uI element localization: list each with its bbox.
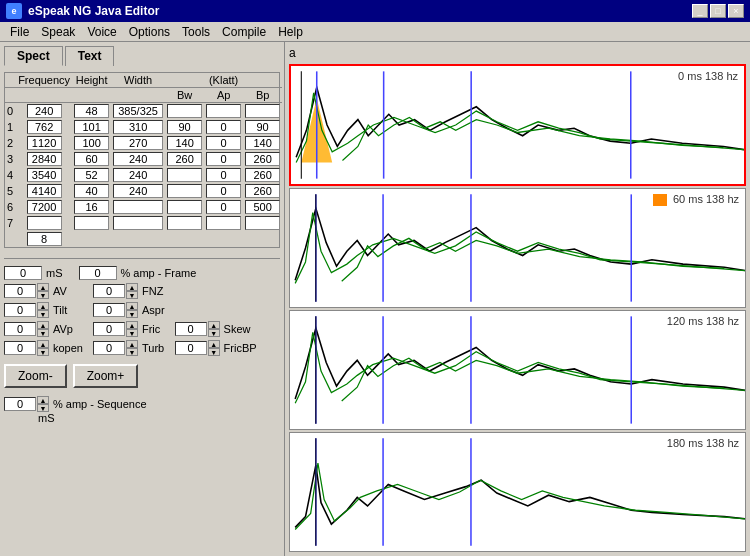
bp-3[interactable]: [245, 152, 280, 166]
maximize-button[interactable]: □: [710, 4, 726, 18]
freq-2[interactable]: [27, 136, 62, 150]
bw-1[interactable]: [167, 120, 202, 134]
tab-text[interactable]: Text: [65, 46, 115, 66]
freq-0[interactable]: [27, 104, 62, 118]
fric-input[interactable]: [93, 322, 125, 336]
width-5[interactable]: [113, 184, 163, 198]
kopen-input[interactable]: [4, 341, 36, 355]
avp-up[interactable]: ▲: [37, 321, 49, 329]
width-1[interactable]: [113, 120, 163, 134]
freq-7[interactable]: [27, 216, 62, 230]
width-4[interactable]: [113, 168, 163, 182]
menu-options[interactable]: Options: [123, 24, 176, 40]
width-0[interactable]: [113, 104, 163, 118]
freq-6[interactable]: [27, 200, 62, 214]
menu-compile[interactable]: Compile: [216, 24, 272, 40]
bw-3[interactable]: [167, 152, 202, 166]
zoom-plus-button[interactable]: Zoom+: [73, 364, 139, 388]
tab-spect[interactable]: Spect: [4, 46, 63, 66]
fric-up[interactable]: ▲: [126, 321, 138, 329]
ap-1[interactable]: [206, 120, 241, 134]
sequence-input[interactable]: [4, 397, 36, 411]
bp-7[interactable]: [245, 216, 280, 230]
height-0[interactable]: [74, 104, 109, 118]
fnz-down[interactable]: ▼: [126, 291, 138, 299]
bp-5[interactable]: [245, 184, 280, 198]
height-6[interactable]: [74, 200, 109, 214]
bp-6[interactable]: [245, 200, 280, 214]
freq-8[interactable]: [27, 232, 62, 246]
sequence-down[interactable]: ▼: [37, 404, 49, 412]
bw-2[interactable]: [167, 136, 202, 150]
kopen-up[interactable]: ▲: [37, 340, 49, 348]
menu-help[interactable]: Help: [272, 24, 309, 40]
ms-input[interactable]: [4, 266, 42, 280]
skew-up[interactable]: ▲: [208, 321, 220, 329]
av-up[interactable]: ▲: [37, 283, 49, 291]
avp-down[interactable]: ▼: [37, 329, 49, 337]
bp-0[interactable]: [245, 104, 280, 118]
bw-4[interactable]: [167, 168, 202, 182]
zoom-minus-button[interactable]: Zoom-: [4, 364, 67, 388]
bw-6[interactable]: [167, 200, 202, 214]
fric-down[interactable]: ▼: [126, 329, 138, 337]
bp-2[interactable]: [245, 136, 280, 150]
ap-3[interactable]: [206, 152, 241, 166]
av-input[interactable]: [4, 284, 36, 298]
aspr-input[interactable]: [93, 303, 125, 317]
freq-3[interactable]: [27, 152, 62, 166]
menu-tools[interactable]: Tools: [176, 24, 216, 40]
av-down[interactable]: ▼: [37, 291, 49, 299]
fricbp-up[interactable]: ▲: [208, 340, 220, 348]
bp-1[interactable]: [245, 120, 280, 134]
bp-4[interactable]: [245, 168, 280, 182]
height-4[interactable]: [74, 168, 109, 182]
width-2[interactable]: [113, 136, 163, 150]
ap-4[interactable]: [206, 168, 241, 182]
fnz-up[interactable]: ▲: [126, 283, 138, 291]
ap-7[interactable]: [206, 216, 241, 230]
minimize-button[interactable]: _: [692, 4, 708, 18]
ap-0[interactable]: [206, 104, 241, 118]
freq-1[interactable]: [27, 120, 62, 134]
menu-speak[interactable]: Speak: [35, 24, 81, 40]
fricbp-down[interactable]: ▼: [208, 348, 220, 356]
turb-input[interactable]: [93, 341, 125, 355]
ap-2[interactable]: [206, 136, 241, 150]
menu-voice[interactable]: Voice: [81, 24, 122, 40]
height-5[interactable]: [74, 184, 109, 198]
height-2[interactable]: [74, 136, 109, 150]
turb-down[interactable]: ▼: [126, 348, 138, 356]
width-6[interactable]: [113, 200, 163, 214]
menu-file[interactable]: File: [4, 24, 35, 40]
fnz-input[interactable]: [93, 284, 125, 298]
freq-5[interactable]: [27, 184, 62, 198]
height-1[interactable]: [74, 120, 109, 134]
width-3[interactable]: [113, 152, 163, 166]
skew-down[interactable]: ▼: [208, 329, 220, 337]
ap-6[interactable]: [206, 200, 241, 214]
tilt-up[interactable]: ▲: [37, 302, 49, 310]
chart-time-3: 180 ms: [667, 437, 703, 449]
tilt-down[interactable]: ▼: [37, 310, 49, 318]
kopen-down[interactable]: ▼: [37, 348, 49, 356]
width-7[interactable]: [113, 216, 163, 230]
close-button[interactable]: ×: [728, 4, 744, 18]
tilt-input[interactable]: [4, 303, 36, 317]
freq-4[interactable]: [27, 168, 62, 182]
amp-frame-input[interactable]: [79, 266, 117, 280]
bw-5[interactable]: [167, 184, 202, 198]
avp-input[interactable]: [4, 322, 36, 336]
turb-up[interactable]: ▲: [126, 340, 138, 348]
sequence-up[interactable]: ▲: [37, 396, 49, 404]
bw-0[interactable]: [167, 104, 202, 118]
skew-input[interactable]: [175, 322, 207, 336]
ap-5[interactable]: [206, 184, 241, 198]
aspr-up[interactable]: ▲: [126, 302, 138, 310]
window-controls[interactable]: _ □ ×: [692, 4, 744, 18]
fricbp-input[interactable]: [175, 341, 207, 355]
bw-7[interactable]: [167, 216, 202, 230]
height-7[interactable]: [74, 216, 109, 230]
aspr-down[interactable]: ▼: [126, 310, 138, 318]
height-3[interactable]: [74, 152, 109, 166]
